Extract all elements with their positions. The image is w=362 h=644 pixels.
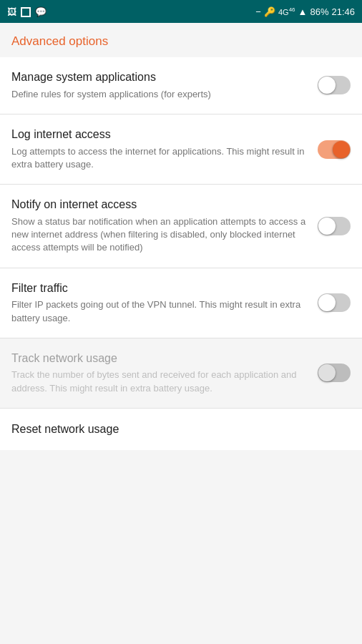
minus-icon: − [255,6,261,17]
status-bar-right: − 🔑 4G46 ▲ 86% 21:46 [255,6,355,17]
settings-item-track-network-text: Track network usage Track the number of … [11,351,318,395]
settings-item-log-internet-title: Log internet access [11,127,306,142]
settings-item-track-network-title: Track network usage [11,351,306,366]
toggle-knob-filter-traffic [318,294,336,311]
square-icon [21,6,31,17]
settings-item-manage-system-text: Manage system applications Define rules … [11,70,318,101]
settings-toggle-track-network [318,364,351,382]
toggle-knob-log-internet [333,141,350,158]
settings-item-filter-traffic-text: Filter traffic Filter IP packets going o… [11,281,318,325]
battery-status: 86% [310,6,328,17]
settings-item-notify-internet-desc: Show a status bar notification when an a… [11,215,306,255]
settings-item-manage-system-desc: Define rules for system applications (fo… [11,88,306,101]
settings-item-log-internet-desc: Log attempts to access the internet for … [11,145,306,171]
network-icon: 4G46 [278,6,295,16]
messenger-icon: 💬 [35,6,47,17]
settings-item-manage-system[interactable]: Manage system applications Define rules … [0,57,362,114]
signal-icon: ▲ [298,6,308,17]
settings-item-log-internet-text: Log internet access Log attempts to acce… [11,127,318,171]
toggle-knob-notify-internet [318,218,336,235]
settings-toggle-manage-system[interactable] [318,76,351,94]
settings-item-reset-network-title: Reset network usage [11,423,351,436]
settings-list: Manage system applications Define rules … [0,57,362,450]
settings-toggle-filter-traffic[interactable] [318,293,351,312]
settings-toggle-log-internet[interactable] [318,140,351,159]
page-title: Advanced options [11,34,108,48]
status-bar-left: 🖼 💬 [7,6,47,17]
settings-item-track-network-desc: Track the number of bytes sent and recei… [11,369,306,394]
settings-item-filter-traffic-title: Filter traffic [11,281,306,296]
settings-item-filter-traffic[interactable]: Filter traffic Filter IP packets going o… [0,268,362,338]
settings-item-log-internet[interactable]: Log internet access Log attempts to acce… [0,114,362,185]
settings-item-notify-internet-title: Notify on internet access [11,197,306,213]
key-icon: 🔑 [264,6,275,17]
status-bar: 🖼 💬 − 🔑 4G46 ▲ 86% 21:46 [0,0,362,23]
time-display: 21:46 [331,6,355,17]
settings-item-notify-internet-text: Notify on internet access Show a status … [11,197,318,254]
settings-toggle-notify-internet[interactable] [318,217,351,235]
page-title-container: Advanced options [0,23,362,57]
settings-item-manage-system-title: Manage system applications [11,70,306,85]
settings-item-filter-traffic-desc: Filter IP packets going out of the VPN t… [11,298,306,324]
settings-item-track-network[interactable]: Track network usage Track the number of … [0,338,362,409]
settings-item-notify-internet[interactable]: Notify on internet access Show a status … [0,185,362,268]
screen-icon: 🖼 [7,6,16,17]
settings-item-reset-network[interactable]: Reset network usage [0,409,362,450]
